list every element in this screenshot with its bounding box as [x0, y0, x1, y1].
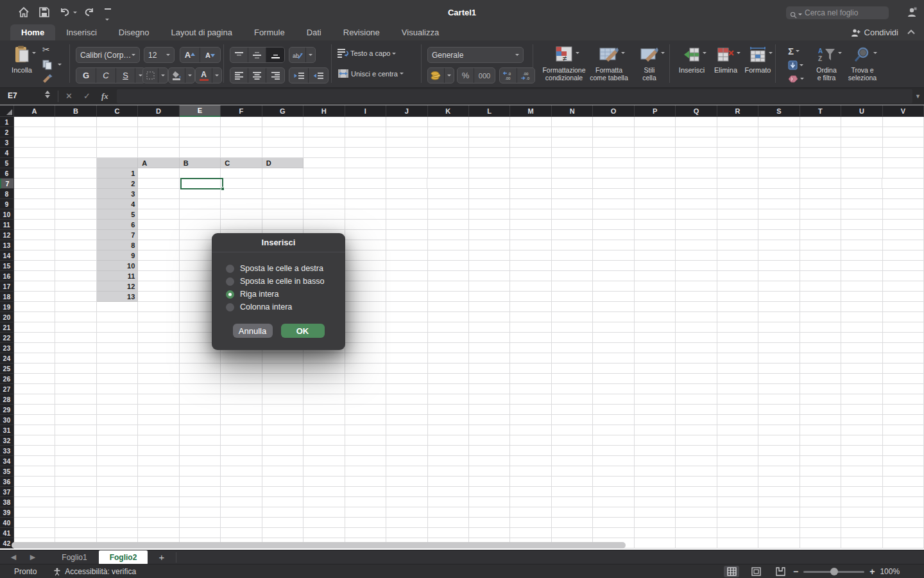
cell-B12[interactable]: [55, 230, 96, 240]
cell-K35[interactable]: [428, 466, 469, 477]
cell-K5[interactable]: [428, 158, 469, 168]
cell-R37[interactable]: [717, 487, 758, 497]
currency-dropdown-icon[interactable]: [445, 68, 454, 83]
cell-M21[interactable]: [510, 322, 551, 333]
cell-U31[interactable]: [841, 425, 882, 435]
row-header-41[interactable]: 41: [0, 528, 14, 538]
column-header-R[interactable]: R: [717, 105, 758, 117]
cell-D4[interactable]: [138, 148, 179, 158]
cell-L30[interactable]: [469, 415, 510, 425]
cell-D14[interactable]: [138, 250, 179, 261]
cell-F40[interactable]: [221, 518, 262, 528]
cell-E2[interactable]: [180, 127, 221, 137]
cell-P29[interactable]: [635, 405, 676, 415]
cell-D28[interactable]: [138, 394, 179, 405]
cell-H35[interactable]: [304, 466, 345, 477]
cell-J25[interactable]: [386, 363, 427, 374]
cell-C36[interactable]: [97, 477, 138, 487]
cell-Q33[interactable]: [676, 446, 717, 456]
cell-B29[interactable]: [55, 405, 96, 415]
orientation-icon[interactable]: ab: [289, 48, 306, 62]
cell-N16[interactable]: [552, 271, 593, 281]
cell-J22[interactable]: [386, 333, 427, 343]
cell-R24[interactable]: [717, 353, 758, 363]
cell-Q23[interactable]: [676, 343, 717, 353]
cell-S12[interactable]: [758, 230, 800, 240]
cell-I8[interactable]: [345, 189, 386, 199]
horizontal-scrollbar[interactable]: [12, 542, 626, 548]
cell-T6[interactable]: [800, 168, 841, 179]
cell-O40[interactable]: [593, 518, 634, 528]
cell-K15[interactable]: [428, 261, 469, 271]
cell-L31[interactable]: [469, 425, 510, 435]
cell-C17[interactable]: 12: [97, 281, 139, 292]
cell-L9[interactable]: [469, 199, 510, 209]
cell-V26[interactable]: [883, 374, 924, 384]
cell-C14[interactable]: 9: [97, 250, 139, 261]
cell-K12[interactable]: [428, 230, 469, 240]
cell-L34[interactable]: [469, 456, 510, 466]
cell-H26[interactable]: [304, 374, 345, 384]
cell-T16[interactable]: [800, 271, 841, 281]
cell-F38[interactable]: [221, 497, 262, 507]
cell-G31[interactable]: [262, 425, 304, 435]
cell-D20[interactable]: [138, 312, 179, 322]
cell-E11[interactable]: [180, 220, 221, 230]
align-left-button[interactable]: [230, 68, 248, 83]
cell-Q6[interactable]: [676, 168, 717, 179]
cell-A26[interactable]: [14, 374, 55, 384]
cell-J26[interactable]: [386, 374, 427, 384]
cell-F6[interactable]: [221, 168, 262, 179]
cell-B27[interactable]: [55, 384, 96, 394]
cell-A18[interactable]: [14, 292, 55, 302]
cell-G30[interactable]: [262, 415, 304, 425]
cell-K24[interactable]: [428, 353, 469, 363]
cell-M32[interactable]: [510, 435, 551, 446]
cell-P37[interactable]: [635, 487, 676, 497]
cell-I33[interactable]: [345, 446, 386, 456]
cell-R1[interactable]: [717, 117, 758, 127]
cell-S8[interactable]: [758, 189, 800, 199]
cell-D32[interactable]: [138, 435, 179, 446]
cell-P1[interactable]: [635, 117, 676, 127]
cell-M17[interactable]: [510, 281, 551, 292]
cell-E25[interactable]: [180, 363, 221, 374]
cell-K37[interactable]: [428, 487, 469, 497]
cell-U39[interactable]: [841, 507, 882, 518]
cell-J41[interactable]: [386, 528, 427, 538]
cell-H31[interactable]: [304, 425, 345, 435]
cell-L14[interactable]: [469, 250, 510, 261]
column-header-N[interactable]: N: [552, 105, 593, 117]
name-box[interactable]: E7: [8, 91, 17, 100]
cell-V28[interactable]: [883, 394, 924, 405]
row-header-2[interactable]: 2: [0, 127, 14, 137]
cell-F41[interactable]: [221, 528, 262, 538]
cell-O20[interactable]: [593, 312, 634, 322]
cell-B36[interactable]: [55, 477, 96, 487]
cell-D25[interactable]: [138, 363, 179, 374]
cell-V10[interactable]: [883, 209, 924, 220]
cell-H9[interactable]: [304, 199, 345, 209]
cell-E6[interactable]: [180, 168, 221, 179]
cell-T35[interactable]: [800, 466, 841, 477]
cell-P34[interactable]: [635, 456, 676, 466]
select-all-button[interactable]: [0, 105, 14, 117]
cell-R38[interactable]: [717, 497, 758, 507]
cell-A16[interactable]: [14, 271, 55, 281]
cell-U26[interactable]: [841, 374, 882, 384]
row-header-37[interactable]: 37: [0, 487, 14, 497]
cell-K29[interactable]: [428, 405, 469, 415]
cell-U10[interactable]: [841, 209, 882, 220]
row-header-39[interactable]: 39: [0, 507, 14, 518]
cell-Q32[interactable]: [676, 435, 717, 446]
cell-L40[interactable]: [469, 518, 510, 528]
cell-L3[interactable]: [469, 137, 510, 148]
cell-B16[interactable]: [55, 271, 96, 281]
cell-M20[interactable]: [510, 312, 551, 322]
cell-I19[interactable]: [345, 302, 386, 312]
formula-expand-icon[interactable]: ▼: [915, 93, 921, 100]
cell-R11[interactable]: [717, 220, 758, 230]
cell-K38[interactable]: [428, 497, 469, 507]
cell-Q14[interactable]: [676, 250, 717, 261]
cell-O36[interactable]: [593, 477, 634, 487]
